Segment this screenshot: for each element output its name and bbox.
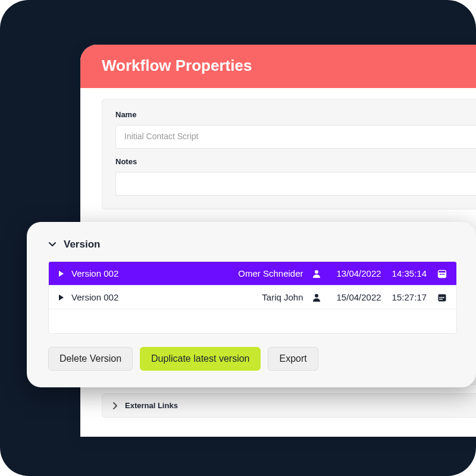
duplicate-latest-version-button[interactable]: Duplicate latest version — [140, 347, 261, 371]
svg-rect-11 — [443, 297, 444, 298]
export-button[interactable]: Export — [268, 347, 318, 371]
svg-rect-6 — [443, 274, 444, 275]
svg-rect-5 — [441, 274, 443, 275]
version-section-title: Version — [64, 239, 100, 250]
version-label: Version 002 — [71, 292, 118, 302]
version-time: 15:27:17 — [392, 292, 427, 302]
version-author: Tariq John — [262, 292, 303, 302]
version-row-empty — [49, 309, 456, 333]
expand-triangle-icon — [58, 294, 67, 301]
version-author: Omer Schneider — [238, 268, 303, 278]
svg-rect-13 — [441, 299, 443, 300]
version-card: Version Version 002 Omer Schneider 13/04… — [27, 222, 476, 387]
section-title: External Links — [125, 401, 178, 410]
notes-input[interactable] — [115, 172, 476, 196]
version-time: 14:35:14 — [392, 268, 427, 278]
chevron-down-icon — [48, 242, 57, 248]
calendar-icon — [437, 293, 447, 302]
svg-rect-10 — [441, 297, 443, 298]
version-button-row: Delete Version Duplicate latest version … — [48, 347, 457, 371]
version-row[interactable]: Version 002 Omer Schneider 13/04/2022 14… — [49, 262, 456, 286]
version-table: Version 002 Omer Schneider 13/04/2022 14… — [48, 261, 457, 334]
version-section-header[interactable]: Version — [48, 239, 457, 250]
name-notes-block: Name Initial Contact Script Notes — [102, 99, 476, 209]
svg-rect-4 — [440, 274, 441, 275]
person-icon — [312, 269, 321, 278]
delete-version-button[interactable]: Delete Version — [48, 347, 133, 371]
svg-rect-9 — [440, 297, 441, 298]
chevron-right-icon — [113, 402, 118, 409]
svg-rect-12 — [440, 299, 441, 300]
svg-point-7 — [315, 294, 318, 298]
version-row[interactable]: Version 002 Tariq John 15/04/2022 15:27:… — [49, 286, 456, 309]
name-input[interactable]: Initial Contact Script — [115, 125, 476, 149]
calendar-icon — [437, 269, 447, 278]
external-links-section[interactable]: External Links — [102, 393, 476, 418]
person-icon — [312, 293, 321, 302]
expand-triangle-icon — [58, 270, 67, 277]
svg-point-0 — [315, 270, 318, 274]
name-label: Name — [115, 110, 476, 119]
panel-header: Workflow Properties — [80, 45, 476, 88]
version-date: 15/04/2022 — [337, 292, 381, 302]
version-label: Version 002 — [71, 268, 118, 278]
notes-label: Notes — [115, 157, 476, 166]
version-date: 13/04/2022 — [337, 268, 381, 278]
panel-title: Workflow Properties — [102, 57, 476, 75]
